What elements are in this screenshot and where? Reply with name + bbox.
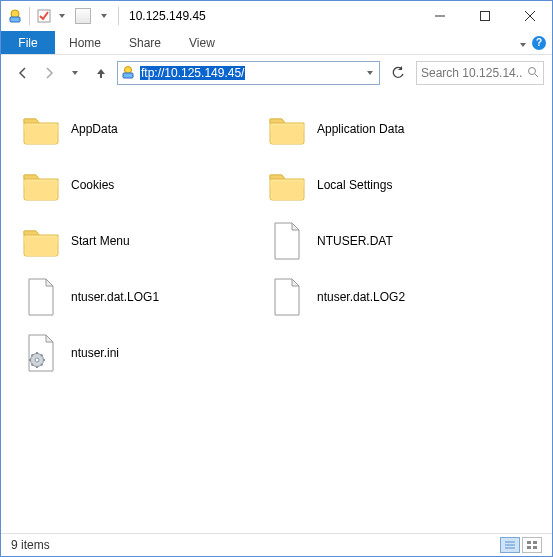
window-small-icon	[75, 8, 91, 24]
minimize-button[interactable]	[417, 2, 462, 31]
svg-rect-1	[10, 17, 20, 22]
svg-rect-17	[533, 546, 537, 549]
item-label: Local Settings	[317, 178, 392, 192]
svg-rect-15	[533, 541, 537, 544]
content-pane[interactable]: AppDataApplication DataCookiesLocal Sett…	[1, 93, 552, 533]
item-label: Application Data	[317, 122, 404, 136]
svg-rect-8	[123, 73, 133, 78]
view-details-button[interactable]	[500, 537, 520, 553]
item-label: AppData	[71, 122, 118, 136]
items-list: AppDataApplication DataCookiesLocal Sett…	[17, 101, 536, 381]
checkbox-icon[interactable]	[36, 8, 52, 24]
address-bar[interactable]: ftp://10.125.149.45/	[117, 61, 380, 85]
view-toggle	[500, 537, 542, 553]
address-dropdown-icon[interactable]	[361, 71, 379, 75]
list-item[interactable]: ntuser.dat.LOG1	[17, 269, 263, 325]
nav-row: ftp://10.125.149.45/ Search 10.125.14...	[1, 55, 552, 91]
ribbon: File Home Share View ?	[1, 31, 552, 55]
app-icon	[7, 8, 23, 24]
address-icon	[118, 65, 138, 81]
window-controls	[417, 2, 552, 31]
folder-icon	[267, 165, 307, 205]
recent-dropdown-icon[interactable]	[65, 63, 85, 83]
list-item[interactable]: Start Menu	[17, 213, 263, 269]
separator	[118, 7, 119, 25]
folder-icon	[21, 221, 61, 261]
up-button[interactable]	[91, 63, 111, 83]
refresh-button[interactable]	[386, 61, 410, 85]
maximize-button[interactable]	[462, 2, 507, 31]
item-label: Start Menu	[71, 234, 130, 248]
address-value: ftp://10.125.149.45/	[140, 66, 245, 80]
settings-file-icon	[21, 333, 61, 373]
tab-home[interactable]: Home	[55, 31, 115, 54]
search-icon	[527, 66, 539, 81]
list-item[interactable]: Cookies	[17, 157, 263, 213]
forward-button[interactable]	[39, 63, 59, 83]
window-title: 10.125.149.45	[129, 9, 206, 23]
status-text: 9 items	[11, 538, 50, 552]
file-tab[interactable]: File	[1, 31, 55, 54]
item-label: NTUSER.DAT	[317, 234, 393, 248]
file-icon	[267, 221, 307, 261]
qat-dropdown-icon[interactable]	[54, 8, 70, 24]
list-item[interactable]: NTUSER.DAT	[263, 213, 509, 269]
folder-icon	[267, 109, 307, 149]
close-button[interactable]	[507, 2, 552, 31]
status-bar: 9 items	[1, 533, 552, 556]
list-item[interactable]: ntuser.ini	[17, 325, 263, 381]
view-icons-button[interactable]	[522, 537, 542, 553]
list-item[interactable]: Local Settings	[263, 157, 509, 213]
tab-share[interactable]: Share	[115, 31, 175, 54]
item-label: ntuser.dat.LOG1	[71, 290, 159, 304]
svg-point-9	[529, 67, 536, 74]
tab-view[interactable]: View	[175, 31, 229, 54]
item-label: ntuser.dat.LOG2	[317, 290, 405, 304]
list-item[interactable]: ntuser.dat.LOG2	[263, 269, 509, 325]
svg-rect-14	[527, 541, 531, 544]
back-button[interactable]	[13, 63, 33, 83]
svg-point-7	[125, 67, 132, 74]
address-text[interactable]: ftp://10.125.149.45/	[138, 62, 361, 84]
file-icon	[21, 277, 61, 317]
item-label: Cookies	[71, 178, 114, 192]
search-input[interactable]: Search 10.125.14...	[416, 61, 544, 85]
svg-rect-4	[480, 12, 489, 21]
title-dropdown-icon[interactable]	[96, 8, 112, 24]
help-icon[interactable]: ?	[532, 36, 546, 50]
separator	[29, 7, 30, 25]
search-placeholder: Search 10.125.14...	[421, 66, 523, 80]
svg-rect-16	[527, 546, 531, 549]
svg-line-10	[535, 74, 538, 77]
file-icon	[267, 277, 307, 317]
folder-icon	[21, 109, 61, 149]
ribbon-collapse-icon[interactable]	[520, 36, 526, 50]
titlebar: 10.125.149.45	[1, 1, 552, 31]
list-item[interactable]: AppData	[17, 101, 263, 157]
item-label: ntuser.ini	[71, 346, 119, 360]
list-item[interactable]: Application Data	[263, 101, 509, 157]
quick-access-toolbar	[7, 7, 123, 25]
folder-icon	[21, 165, 61, 205]
